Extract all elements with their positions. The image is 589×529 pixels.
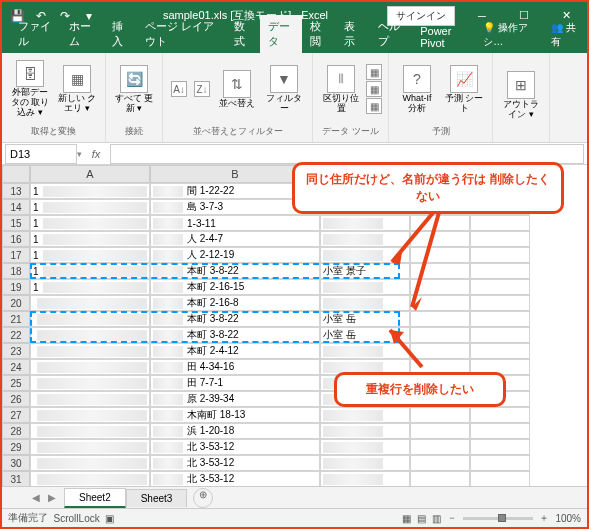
cell[interactable]: 人 2-12-19	[150, 247, 320, 263]
cell[interactable]	[30, 423, 150, 439]
cell[interactable]	[470, 327, 530, 343]
cell[interactable]	[470, 215, 530, 231]
tab-insert[interactable]: 挿入	[104, 15, 138, 53]
row-header[interactable]: 24	[2, 359, 30, 375]
row-header[interactable]: 26	[2, 391, 30, 407]
row-header[interactable]: 13	[2, 183, 30, 199]
row-header[interactable]: 17	[2, 247, 30, 263]
row-header[interactable]: 30	[2, 455, 30, 471]
cell[interactable]: 本町 3-8-22	[150, 327, 320, 343]
cell[interactable]: 浜 1-20-18	[150, 423, 320, 439]
tool-icon[interactable]: ▦	[366, 81, 382, 97]
cell[interactable]	[30, 391, 150, 407]
cell[interactable]: 1	[30, 247, 150, 263]
row-header[interactable]: 18	[2, 263, 30, 279]
cell[interactable]	[470, 247, 530, 263]
cell[interactable]	[470, 231, 530, 247]
whatif-button[interactable]: ?What-If 分析	[395, 58, 439, 120]
cell[interactable]: 木南町 18-13	[150, 407, 320, 423]
cell[interactable]	[410, 439, 470, 455]
cell[interactable]	[410, 407, 470, 423]
view-normal-icon[interactable]: ▦	[402, 513, 411, 524]
cell[interactable]	[30, 455, 150, 471]
cell[interactable]	[30, 375, 150, 391]
cell[interactable]: 北 3-53-12	[150, 455, 320, 471]
sort-button[interactable]: ⇅並べ替え	[215, 58, 259, 120]
sort-desc-button[interactable]: Z↓	[192, 79, 212, 99]
row-header[interactable]: 23	[2, 343, 30, 359]
view-break-icon[interactable]: ▥	[432, 513, 441, 524]
cell[interactable]: 本町 2-16-8	[150, 295, 320, 311]
row-header[interactable]: 31	[2, 471, 30, 487]
filter-button[interactable]: ▼フィルター	[262, 58, 306, 120]
cell[interactable]	[30, 295, 150, 311]
cell[interactable]	[470, 455, 530, 471]
row-header[interactable]: 19	[2, 279, 30, 295]
new-query-button[interactable]: ▦新しい クエリ ▾	[55, 58, 99, 120]
row-header[interactable]: 14	[2, 199, 30, 215]
col-header-a[interactable]: A	[30, 165, 150, 183]
cell[interactable]: 人 2-4-7	[150, 231, 320, 247]
cell[interactable]	[30, 311, 150, 327]
select-all-corner[interactable]	[2, 165, 30, 183]
tab-view[interactable]: 表示	[336, 15, 370, 53]
cell[interactable]: 本町 2-4-12	[150, 343, 320, 359]
cell[interactable]	[320, 471, 410, 487]
tab-powerpivot[interactable]: Power Pivot	[412, 21, 475, 53]
forecast-sheet-button[interactable]: 📈予測 シート	[442, 58, 486, 120]
row-header[interactable]: 22	[2, 327, 30, 343]
new-sheet-button[interactable]: ⊕	[193, 488, 213, 508]
external-data-button[interactable]: 🗄外部データの 取り込み ▾	[8, 58, 52, 120]
cell[interactable]: 1	[30, 231, 150, 247]
cell[interactable]	[470, 263, 530, 279]
cell[interactable]	[320, 407, 410, 423]
tab-layout[interactable]: ページ レイアウト	[137, 15, 226, 53]
cell[interactable]: 本町 2-16-15	[150, 279, 320, 295]
tell-me[interactable]: 💡 操作アシ…	[475, 17, 543, 53]
cell[interactable]: 1	[30, 183, 150, 199]
cell[interactable]: 1	[30, 215, 150, 231]
tab-file[interactable]: ファイル	[10, 15, 61, 53]
tab-review[interactable]: 校閲	[302, 15, 336, 53]
cell[interactable]: 田 4-34-16	[150, 359, 320, 375]
zoom-in-button[interactable]: ＋	[539, 511, 549, 525]
cell[interactable]	[320, 295, 410, 311]
cell[interactable]: 原 2-39-34	[150, 391, 320, 407]
share-button[interactable]: 👥 共有	[543, 17, 587, 53]
cell[interactable]	[30, 327, 150, 343]
cell[interactable]: 1	[30, 263, 150, 279]
cell[interactable]	[320, 455, 410, 471]
cell[interactable]: 本町 3-8-22	[150, 311, 320, 327]
outline-button[interactable]: ⊞アウトラ イン ▾	[499, 65, 543, 127]
row-header[interactable]: 21	[2, 311, 30, 327]
cell[interactable]	[470, 407, 530, 423]
sheet-tab-sheet2[interactable]: Sheet2	[64, 488, 126, 508]
cell[interactable]	[470, 295, 530, 311]
cell[interactable]: 1	[30, 279, 150, 295]
record-macro-icon[interactable]: ▣	[105, 513, 114, 524]
cell[interactable]: 本町 3-8-22	[150, 263, 320, 279]
fx-button[interactable]: fx	[86, 148, 106, 160]
cell[interactable]	[30, 359, 150, 375]
cell[interactable]	[30, 343, 150, 359]
tool-icon[interactable]: ▦	[366, 98, 382, 114]
tab-data[interactable]: データ	[260, 15, 302, 53]
sheet-tab-sheet3[interactable]: Sheet3	[126, 489, 188, 507]
name-box[interactable]: D13	[5, 144, 77, 164]
cell[interactable]	[410, 471, 470, 487]
formula-bar[interactable]	[110, 144, 584, 164]
cell[interactable]	[470, 311, 530, 327]
cell[interactable]	[30, 407, 150, 423]
row-header[interactable]: 29	[2, 439, 30, 455]
zoom-level[interactable]: 100%	[555, 513, 581, 524]
cell[interactable]	[410, 455, 470, 471]
tab-formula[interactable]: 数式	[226, 15, 260, 53]
zoom-slider[interactable]	[463, 517, 533, 520]
cell[interactable]	[30, 439, 150, 455]
refresh-all-button[interactable]: 🔄すべて 更新 ▾	[112, 58, 156, 120]
sort-asc-button[interactable]: A↓	[169, 79, 189, 99]
row-header[interactable]: 16	[2, 231, 30, 247]
cell[interactable]: 北 3-53-12	[150, 471, 320, 487]
cell[interactable]	[470, 423, 530, 439]
cell[interactable]: 田 7-7-1	[150, 375, 320, 391]
